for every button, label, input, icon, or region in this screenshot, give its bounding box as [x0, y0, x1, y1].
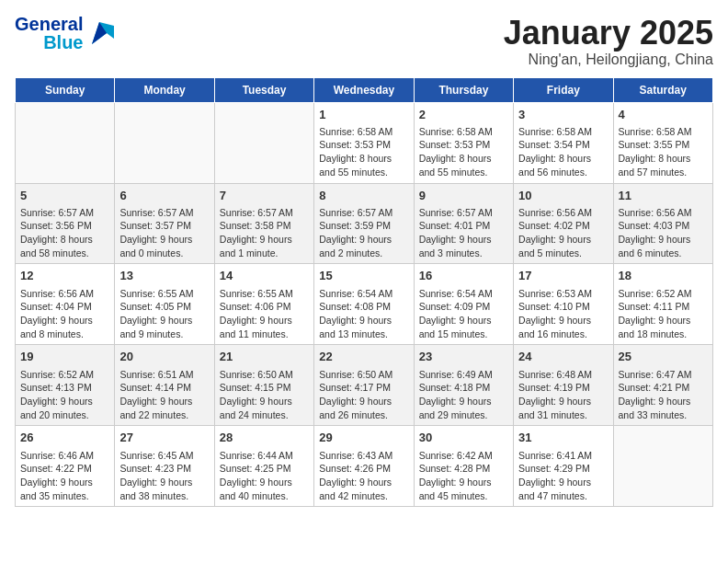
day-info: Sunrise: 6:57 AM: [220, 206, 309, 220]
day-info: Daylight: 9 hours: [20, 395, 109, 408]
calendar-cell: 17Sunrise: 6:53 AMSunset: 4:10 PMDayligh…: [514, 264, 613, 345]
day-info: Sunset: 4:21 PM: [619, 381, 708, 395]
day-info: and 56 minutes.: [518, 166, 608, 179]
day-info: Sunrise: 6:58 AM: [518, 125, 608, 139]
day-info: Daylight: 9 hours: [419, 395, 508, 408]
day-number: 3: [518, 107, 608, 123]
day-info: Daylight: 8 hours: [319, 152, 408, 166]
day-info: and 55 minutes.: [319, 166, 408, 179]
day-info: Sunrise: 6:46 AM: [20, 449, 109, 463]
day-number: 2: [419, 107, 508, 123]
day-info: Daylight: 9 hours: [619, 395, 708, 408]
day-info: Sunrise: 6:50 AM: [220, 368, 309, 382]
day-info: and 18 minutes.: [619, 327, 708, 341]
day-info: and 55 minutes.: [419, 166, 508, 179]
day-info: Sunrise: 6:57 AM: [20, 206, 109, 220]
calendar-cell: 20Sunrise: 6:51 AMSunset: 4:14 PMDayligh…: [115, 345, 214, 426]
day-info: and 45 minutes.: [419, 489, 508, 503]
day-info: and 2 minutes.: [319, 247, 408, 260]
day-info: and 35 minutes.: [20, 489, 109, 503]
day-info: Sunrise: 6:45 AM: [119, 449, 209, 463]
calendar-cell: 24Sunrise: 6:48 AMSunset: 4:19 PMDayligh…: [514, 345, 613, 426]
day-info: Daylight: 9 hours: [119, 476, 209, 489]
day-info: and 0 minutes.: [119, 247, 209, 260]
day-number: 8: [319, 188, 408, 204]
day-number: 16: [419, 268, 508, 284]
day-info: Sunset: 4:23 PM: [119, 462, 209, 476]
day-info: and 40 minutes.: [220, 489, 309, 503]
day-info: Sunset: 4:13 PM: [20, 381, 109, 395]
day-number: 29: [319, 430, 408, 446]
calendar-cell: 25Sunrise: 6:47 AMSunset: 4:21 PMDayligh…: [613, 345, 712, 426]
day-info: Sunset: 4:28 PM: [419, 462, 508, 476]
day-info: Daylight: 9 hours: [619, 314, 708, 327]
day-info: and 58 minutes.: [20, 247, 109, 260]
day-info: Daylight: 8 hours: [20, 233, 109, 247]
day-info: Daylight: 9 hours: [220, 314, 309, 327]
day-info: Sunset: 4:01 PM: [419, 219, 508, 233]
day-info: Sunset: 3:59 PM: [319, 219, 408, 233]
day-info: Daylight: 9 hours: [119, 314, 209, 327]
day-info: Daylight: 9 hours: [518, 476, 608, 489]
day-info: and 26 minutes.: [319, 408, 408, 422]
day-number: 21: [220, 349, 309, 365]
day-number: 11: [619, 188, 708, 204]
calendar-cell: 5Sunrise: 6:57 AMSunset: 3:56 PMDaylight…: [16, 183, 115, 264]
calendar-cell: [613, 426, 712, 507]
day-number: 17: [518, 268, 608, 284]
day-info: and 24 minutes.: [220, 408, 309, 422]
day-info: and 22 minutes.: [119, 408, 209, 422]
day-info: Sunset: 3:56 PM: [20, 219, 109, 233]
day-info: and 47 minutes.: [518, 489, 608, 503]
day-info: Daylight: 8 hours: [419, 152, 508, 166]
day-number: 31: [518, 430, 608, 446]
calendar-cell: [16, 102, 115, 183]
calendar-cell: 11Sunrise: 6:56 AMSunset: 4:03 PMDayligh…: [613, 183, 712, 264]
day-info: and 16 minutes.: [518, 327, 608, 341]
day-number: 13: [119, 268, 209, 284]
day-info: Sunset: 4:02 PM: [518, 219, 608, 233]
day-number: 9: [419, 188, 508, 204]
day-number: 10: [518, 188, 608, 204]
calendar-cell: 21Sunrise: 6:50 AMSunset: 4:15 PMDayligh…: [214, 345, 313, 426]
day-info: Sunrise: 6:52 AM: [619, 287, 708, 301]
logo-blue: Blue: [43, 33, 83, 52]
calendar-header-row: SundayMondayTuesdayWednesdayThursdayFrid…: [16, 77, 713, 102]
calendar-cell: 29Sunrise: 6:43 AMSunset: 4:26 PMDayligh…: [314, 426, 414, 507]
day-info: Daylight: 8 hours: [619, 152, 708, 166]
calendar-week-row: 5Sunrise: 6:57 AMSunset: 3:56 PMDaylight…: [16, 183, 713, 264]
day-info: and 20 minutes.: [20, 408, 109, 422]
calendar-week-row: 12Sunrise: 6:56 AMSunset: 4:04 PMDayligh…: [16, 264, 713, 345]
calendar-cell: [115, 102, 214, 183]
day-info: Sunset: 3:58 PM: [220, 219, 309, 233]
calendar-cell: 4Sunrise: 6:58 AMSunset: 3:55 PMDaylight…: [613, 102, 712, 183]
day-number: 23: [419, 349, 508, 365]
logo-icon: [85, 18, 114, 48]
day-info: Daylight: 9 hours: [518, 314, 608, 327]
day-info: Sunrise: 6:49 AM: [419, 368, 508, 382]
day-number: 26: [20, 430, 109, 446]
calendar-cell: 23Sunrise: 6:49 AMSunset: 4:18 PMDayligh…: [414, 345, 513, 426]
day-info: Sunset: 4:09 PM: [419, 300, 508, 314]
day-info: Sunset: 4:17 PM: [319, 381, 408, 395]
day-info: Daylight: 9 hours: [319, 476, 408, 489]
day-info: and 33 minutes.: [619, 408, 708, 422]
day-info: and 15 minutes.: [419, 327, 508, 341]
day-info: Sunset: 4:25 PM: [220, 462, 309, 476]
day-info: Sunrise: 6:55 AM: [220, 287, 309, 301]
day-info: Sunrise: 6:51 AM: [119, 368, 209, 382]
calendar-cell: 10Sunrise: 6:56 AMSunset: 4:02 PMDayligh…: [514, 183, 613, 264]
day-number: 22: [319, 349, 408, 365]
day-number: 18: [619, 268, 708, 284]
day-info: and 42 minutes.: [319, 489, 408, 503]
day-number: 19: [20, 349, 109, 365]
day-info: Sunrise: 6:56 AM: [518, 206, 608, 220]
day-info: Daylight: 9 hours: [220, 476, 309, 489]
day-info: Sunrise: 6:50 AM: [319, 368, 408, 382]
col-header-wednesday: Wednesday: [314, 77, 414, 102]
day-info: and 3 minutes.: [419, 247, 508, 260]
day-info: Sunset: 3:57 PM: [119, 219, 209, 233]
day-number: 27: [119, 430, 209, 446]
calendar-cell: 13Sunrise: 6:55 AMSunset: 4:05 PMDayligh…: [115, 264, 214, 345]
day-info: Sunrise: 6:56 AM: [619, 206, 708, 220]
